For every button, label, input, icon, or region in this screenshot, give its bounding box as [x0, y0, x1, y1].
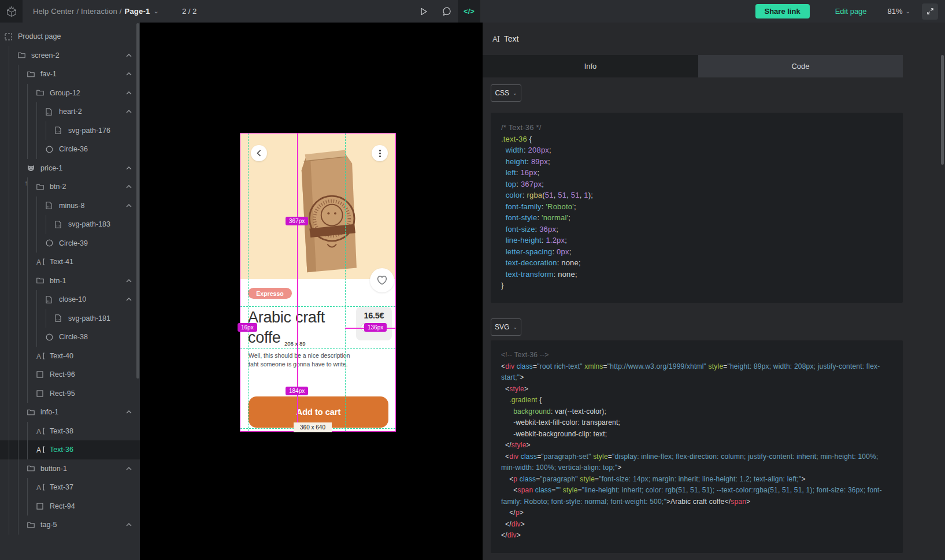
- play-button[interactable]: [413, 0, 435, 23]
- chevron-up-icon[interactable]: [126, 166, 132, 170]
- app-logo[interactable]: [0, 0, 23, 23]
- layers-scrollbar[interactable]: [136, 23, 139, 379]
- text-top-guide: [240, 306, 395, 307]
- layer-row-close-10[interactable]: close-10: [0, 290, 140, 309]
- favorite-button[interactable]: [370, 268, 394, 292]
- svg-text:A: A: [36, 446, 41, 453]
- layer-label: Product page: [18, 32, 61, 40]
- layer-row-Group-12[interactable]: Group-12: [0, 84, 140, 103]
- tree-indent-line: [18, 234, 27, 253]
- frame-dimensions-label: 360 x 640: [294, 422, 332, 432]
- tree-indent-line: [9, 253, 18, 272]
- chevron-down-icon[interactable]: ⌄: [153, 8, 158, 15]
- layer-row-svg-path-183[interactable]: svg-path-183: [0, 215, 140, 234]
- layer-row-Text-40[interactable]: AText-40: [0, 347, 140, 366]
- chevron-up-icon[interactable]: [126, 279, 132, 283]
- tree-indent-line: [27, 102, 36, 121]
- toolbar-right-cluster: Share link Edit page 81% ⌄: [755, 0, 939, 23]
- tree-indent-line: [9, 84, 18, 103]
- breadcrumb[interactable]: Help Center / Interaction / Page-1 ⌄: [33, 0, 159, 23]
- chevron-up-icon[interactable]: [126, 91, 132, 95]
- chevron-up-icon[interactable]: [126, 523, 132, 526]
- tree-indent-line: [27, 347, 36, 366]
- tree-indent-line: [9, 384, 18, 403]
- tree-indent-line: [9, 196, 18, 216]
- chevron-up-icon[interactable]: [126, 298, 132, 301]
- layer-row-screen-2[interactable]: screen-2: [0, 46, 140, 65]
- tree-indent-line: [18, 440, 27, 459]
- tree-indent-line: [9, 290, 18, 309]
- tree-indent-line: [36, 102, 46, 121]
- layer-row-price-1[interactable]: price-1: [0, 159, 140, 178]
- chevron-up-icon[interactable]: [126, 185, 132, 188]
- svg-language-dropdown[interactable]: SVG ⌄: [491, 318, 521, 336]
- layer-row-minus-8[interactable]: minus-8: [0, 196, 140, 216]
- layer-row-heart-2[interactable]: heart-2: [0, 102, 140, 121]
- zoom-control[interactable]: 81% ⌄: [888, 7, 910, 16]
- layer-row-Text-41[interactable]: AText-41: [0, 253, 140, 272]
- layer-row-svg-path-176[interactable]: svg-path-176: [0, 121, 140, 140]
- css-language-dropdown[interactable]: CSS ⌄: [491, 84, 521, 102]
- layer-row-Circle-36[interactable]: Circle-36: [0, 140, 140, 159]
- tab-info[interactable]: Info: [483, 55, 698, 77]
- tree-indent-line: [27, 328, 36, 347]
- tab-code[interactable]: Code: [698, 55, 903, 77]
- chevron-up-icon[interactable]: [126, 54, 132, 57]
- mask-icon: [27, 165, 36, 172]
- layer-row-btn-2[interactable]: btn-2: [0, 177, 140, 196]
- code-mode-button[interactable]: </>: [458, 0, 480, 23]
- code-line: <span class="" style="line-height: inher…: [501, 485, 892, 507]
- layer-row-Text-38[interactable]: AText-38: [0, 422, 140, 441]
- chevron-up-icon[interactable]: [126, 467, 132, 470]
- code-line: </style>: [501, 440, 892, 451]
- chevron-down-icon: ⌄: [513, 90, 517, 96]
- chevron-up-icon[interactable]: [126, 110, 132, 113]
- layer-label: Text-41: [50, 258, 73, 266]
- svg-code-block[interactable]: <!-- Text-36 --><div class="root rich-te…: [491, 340, 903, 553]
- fullscreen-button[interactable]: [922, 3, 938, 20]
- code-line: background: var(--text-color);: [501, 406, 892, 418]
- layer-row-info-1[interactable]: info-1: [0, 403, 140, 422]
- layer-row-Rect-95[interactable]: Rect-95: [0, 384, 140, 403]
- inspect-panel: A Text Info Code CSS ⌄ /* Text-36 */.tex…: [483, 23, 945, 560]
- file-icon: [55, 127, 64, 134]
- layers-panel: Product pagescreen-2fav-1Group-12heart-2…: [0, 23, 140, 560]
- comment-button[interactable]: [435, 0, 458, 23]
- back-button[interactable]: [251, 145, 267, 161]
- tree-indent-line: [9, 159, 18, 178]
- layer-row-Rect-94[interactable]: Rect-94: [0, 497, 140, 516]
- circle-icon: [46, 146, 55, 153]
- chevron-up-icon[interactable]: [126, 410, 132, 414]
- chevron-up-icon[interactable]: [126, 72, 132, 76]
- layer-label: svg-path-176: [68, 127, 110, 135]
- tree-indent-line: [46, 121, 55, 140]
- tree-indent-line: [36, 328, 46, 347]
- layer-row-button-1[interactable]: button-1: [0, 459, 140, 479]
- product-tag[interactable]: Expresso: [248, 288, 292, 299]
- panel-scrollbar[interactable]: [941, 55, 944, 165]
- tree-indent-line: [18, 422, 27, 441]
- layer-row-Rect-96[interactable]: Rect-96: [0, 365, 140, 384]
- breadcrumb-current-page[interactable]: Page-1: [125, 7, 150, 16]
- more-options-button[interactable]: [372, 145, 388, 161]
- layer-row-Product page[interactable]: Product page: [0, 27, 140, 46]
- css-code-block[interactable]: /* Text-36 */.text-36 { width: 208px; he…: [491, 113, 903, 303]
- chevron-up-icon[interactable]: [126, 204, 132, 207]
- tree-indent-line: [9, 459, 18, 479]
- layer-row-fav-1[interactable]: fav-1: [0, 65, 140, 84]
- tree-indent-line: [18, 121, 27, 140]
- layer-row-Circle-39[interactable]: Circle-39: [0, 234, 140, 253]
- share-link-button[interactable]: Share link: [755, 4, 810, 18]
- layer-row-Circle-38[interactable]: Circle-38: [0, 328, 140, 347]
- layer-row-tag-5[interactable]: tag-5: [0, 516, 140, 535]
- design-canvas[interactable]: Expresso Arabic craft coffe 16.5€ − 2 + …: [140, 23, 483, 560]
- edit-page-link[interactable]: Edit page: [835, 7, 867, 16]
- tree-indent-line: [9, 140, 18, 159]
- product-screen-preview[interactable]: Expresso Arabic craft coffe 16.5€ − 2 + …: [240, 133, 396, 432]
- layer-row-svg-path-181[interactable]: svg-path-181: [0, 309, 140, 328]
- layer-row-Text-37[interactable]: AText-37: [0, 478, 140, 497]
- layer-row-btn-1[interactable]: btn-1: [0, 272, 140, 291]
- right-offset-label: 136px: [364, 323, 387, 332]
- tree-indent-line: [9, 328, 18, 347]
- layer-row-Text-36[interactable]: AText-36: [0, 440, 140, 459]
